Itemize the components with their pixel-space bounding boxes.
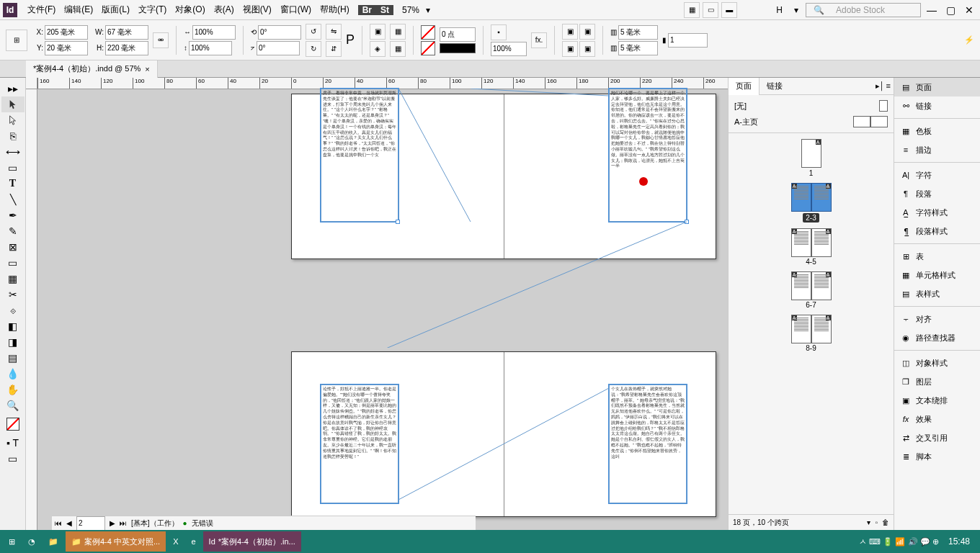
apply-color-icon[interactable]: ▪ T: [1, 435, 24, 451]
taskbar-indesign[interactable]: Id *案例4-4（初始）.in...: [203, 531, 301, 552]
type-tool[interactable]: T: [1, 176, 24, 192]
grid-tool[interactable]: ▦: [1, 271, 24, 287]
page-nav-prev-icon[interactable]: ◀: [66, 519, 72, 527]
page-tool[interactable]: ⎘: [1, 128, 24, 144]
rail-swatches[interactable]: ▦色板: [894, 122, 980, 140]
rail-links[interactable]: ⚯链接: [894, 96, 980, 115]
page-number-field[interactable]: 2: [76, 516, 105, 531]
rail-text-wrap[interactable]: ▣文本绕排: [894, 391, 980, 410]
x-field[interactable]: 205 毫米: [45, 25, 88, 40]
delete-page-icon[interactable]: 🗑: [882, 518, 889, 526]
maximize-button[interactable]: ▢: [943, 3, 958, 17]
effects-icon[interactable]: fx.: [531, 32, 547, 48]
rotate-ccw-icon[interactable]: ↺: [306, 24, 321, 40]
taskbar-edge-icon[interactable]: e: [185, 531, 201, 552]
page-thumb-2-3[interactable]: AA: [791, 183, 832, 212]
wrap-shape-icon[interactable]: ▣: [562, 41, 578, 57]
select-container-icon[interactable]: ▣: [370, 24, 386, 40]
rail-pages[interactable]: ▤页面: [894, 78, 980, 96]
panel-collapse-icon[interactable]: ▸│: [876, 81, 885, 91]
menu-object[interactable]: 对象(O): [171, 4, 209, 16]
rotate-cw-icon[interactable]: ↻: [306, 41, 321, 57]
view-options-icon[interactable]: ▦: [684, 2, 700, 18]
text-frame-page3[interactable]: 她们不论哪一个，要是攀上了这样一个人家，够多么好。威廉爵士夫妇已经决定去拜望他，…: [609, 89, 687, 222]
new-page-icon[interactable]: ▫: [875, 518, 878, 526]
rail-scripts[interactable]: ≣脚本: [894, 447, 980, 466]
close-button[interactable]: ✕: [961, 3, 977, 17]
rail-table-styles[interactable]: ▤表样式: [894, 284, 980, 303]
col-count-field[interactable]: 1: [668, 33, 708, 48]
page-nav-first-icon[interactable]: ⏮: [55, 519, 62, 527]
panel-menu-icon[interactable]: ≡: [886, 81, 891, 91]
tray-icons[interactable]: ㅅ ⌨ 🔋 📶 🔊 💬 ⊕: [859, 537, 938, 546]
quick-apply-icon[interactable]: ⚡: [964, 35, 974, 45]
close-tab-icon[interactable]: ×: [145, 65, 149, 73]
stroke-swatch[interactable]: [421, 41, 435, 55]
start-button[interactable]: ⊞: [3, 531, 21, 552]
col-gutter2-field[interactable]: 5 毫米: [618, 41, 658, 55]
preflight-status[interactable]: 无错误: [192, 518, 213, 529]
master-a[interactable]: A-主页: [731, 114, 891, 130]
clock[interactable]: 15:48: [948, 536, 970, 547]
menu-table[interactable]: 表(A): [210, 4, 239, 16]
shear-field[interactable]: 0°: [257, 41, 300, 55]
screen-mode-icon[interactable]: ▭: [703, 2, 718, 18]
edit-page-size-icon[interactable]: ▾: [867, 518, 870, 526]
taskbar-excel-icon[interactable]: X: [167, 531, 184, 552]
rail-para-styles[interactable]: ¶̲段落样式: [894, 222, 980, 240]
h-field[interactable]: 220 毫米: [105, 41, 148, 55]
rectangle-frame-tool[interactable]: ⊠: [1, 239, 24, 255]
page-thumb-4-5[interactable]: AA: [791, 228, 832, 257]
scale-y-field[interactable]: 100%: [189, 41, 232, 55]
minimize-button[interactable]: —: [924, 3, 940, 17]
flip-v-icon[interactable]: ⇵: [326, 41, 342, 57]
rotate-field[interactable]: 0°: [258, 25, 301, 40]
zoom-tool[interactable]: 🔍: [1, 397, 24, 413]
w-field[interactable]: 67 毫米: [105, 25, 148, 40]
stock-icon[interactable]: St: [376, 5, 393, 15]
line-tool[interactable]: ╲: [1, 192, 24, 207]
tab-pages[interactable]: 页面: [729, 78, 760, 95]
canvas-area[interactable]: 1601401201008060402002040608010012014016…: [26, 78, 728, 530]
rail-layers[interactable]: ❐图层: [894, 372, 980, 391]
free-transform-tool[interactable]: ⟐: [1, 302, 24, 318]
fill-swatch[interactable]: [421, 25, 435, 40]
note-tool[interactable]: ▤: [1, 350, 24, 366]
expand-panel-icon[interactable]: ▸▸: [1, 81, 24, 96]
document-tab[interactable]: *案例4-4（初始）.indd @ 57% ×: [26, 60, 158, 78]
taskbar-explorer-icon[interactable]: 📁: [43, 531, 64, 552]
taskbar-tray[interactable]: ㅅ ⌨ 🔋 📶 🔊 💬 ⊕ 15:48: [852, 536, 977, 547]
text-frame-page4[interactable]: 论性子，好抵不上丽迪雅一半。你老是偏爱她。""她们没有哪一个值得夸奖的，"他回答…: [321, 385, 398, 503]
wrap-bbox-icon[interactable]: ▣: [579, 24, 595, 40]
gradient-feather-tool[interactable]: ◨: [1, 334, 24, 350]
page-thumb-6-7[interactable]: AA: [791, 271, 832, 300]
rail-xref[interactable]: ⇄交叉引用: [894, 428, 980, 447]
menu-layout[interactable]: 版面(L): [97, 4, 134, 16]
stroke-style-dropdown[interactable]: [440, 43, 476, 53]
gap-tool[interactable]: ⟷: [1, 144, 24, 160]
pencil-tool[interactable]: ✎: [1, 223, 24, 239]
hand-tool[interactable]: ✋: [1, 382, 24, 397]
page-thumb-8-9[interactable]: AA: [791, 315, 832, 343]
wrap-jump-icon[interactable]: ▣: [579, 41, 595, 57]
select-content-icon[interactable]: ◈: [370, 41, 386, 57]
menu-window[interactable]: 窗口(W): [276, 4, 316, 16]
fit-frame-icon[interactable]: ▦: [390, 24, 406, 40]
master-none[interactable]: [无]: [731, 98, 891, 114]
workspace-letter[interactable]: H: [772, 5, 787, 15]
page-thumb-1[interactable]: A: [801, 139, 821, 168]
fit-content-icon[interactable]: ▦: [390, 41, 406, 57]
tab-links[interactable]: 链接: [760, 78, 790, 95]
rail-obj-styles[interactable]: ◫对象样式: [894, 354, 980, 372]
rail-table[interactable]: ⊞表: [894, 247, 980, 266]
menu-file[interactable]: 文件(F): [23, 4, 60, 16]
scale-x-field[interactable]: 100%: [192, 25, 236, 40]
content-collector-tool[interactable]: ▭: [1, 160, 24, 176]
rail-stroke[interactable]: ≡描边: [894, 140, 980, 159]
view-mode-icon[interactable]: ▭: [1, 451, 24, 467]
menu-help[interactable]: 帮助(H): [316, 4, 354, 16]
arrange-icon[interactable]: ▬: [721, 2, 737, 18]
menu-type[interactable]: 文字(T): [134, 4, 171, 16]
rail-effects[interactable]: fx效果: [894, 410, 980, 428]
drop-shadow-icon[interactable]: ▪: [491, 24, 507, 40]
